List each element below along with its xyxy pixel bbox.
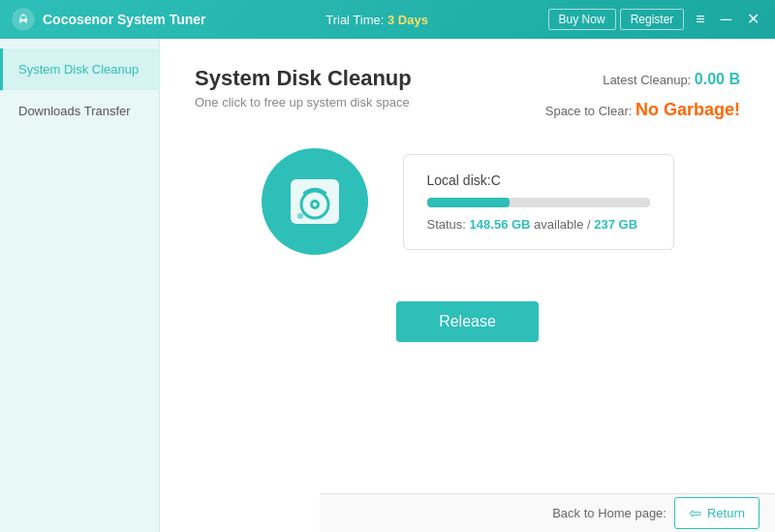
- release-button-area: Release: [195, 301, 740, 342]
- disk-icon-circle: [262, 148, 368, 255]
- disk-separator: available /: [534, 217, 591, 232]
- disk-status: Status: 148.56 GB available / 237 GB: [427, 217, 650, 232]
- trial-days: 3 Days: [388, 13, 428, 27]
- footer: Back to Home page: ⇦ Return: [320, 493, 775, 532]
- back-to-home-label: Back to Home page:: [552, 506, 666, 520]
- return-arrow-icon: ⇦: [689, 504, 701, 522]
- title-block: System Disk Cleanup One click to free up…: [195, 66, 412, 110]
- disk-name: Local disk:C: [427, 172, 650, 188]
- disk-section: Local disk:C Status: 148.56 GB available…: [195, 148, 740, 255]
- page-title: System Disk Cleanup: [195, 66, 412, 91]
- return-label: Return: [707, 506, 745, 520]
- trial-label: Trial Time:: [326, 13, 384, 27]
- progress-bar-fill: [427, 198, 510, 207]
- release-button[interactable]: Release: [396, 301, 539, 342]
- minimize-icon[interactable]: ─: [717, 12, 735, 27]
- disk-status-label: Status:: [427, 217, 466, 232]
- buy-now-button[interactable]: Buy Now: [548, 9, 616, 30]
- register-button[interactable]: Register: [620, 9, 685, 30]
- return-button[interactable]: ⇦ Return: [674, 497, 760, 529]
- app-logo: Cocosenor System Tuner: [12, 8, 206, 31]
- sidebar: System Disk Cleanup Downloads Transfer: [0, 39, 160, 532]
- svg-point-5: [297, 213, 303, 219]
- svg-point-4: [313, 203, 317, 206]
- action-buttons: Buy Now Register: [548, 9, 685, 30]
- sidebar-item-downloads-transfer[interactable]: Downloads Transfer: [0, 90, 159, 132]
- main-layout: System Disk Cleanup Downloads Transfer S…: [0, 39, 775, 532]
- app-title: Cocosenor System Tuner: [43, 12, 206, 27]
- content-area: System Disk Cleanup One click to free up…: [160, 39, 775, 532]
- latest-cleanup-row: Latest Cleanup: 0.00 B: [545, 66, 740, 94]
- close-icon[interactable]: ✕: [743, 12, 763, 27]
- space-to-clear-value: No Garbage!: [636, 100, 740, 119]
- window-controls: ≡ ─ ✕: [692, 12, 763, 27]
- space-to-clear-row: Space to Clear: No Garbage!: [545, 94, 740, 125]
- disk-info-card: Local disk:C Status: 148.56 GB available…: [403, 154, 674, 250]
- disk-available: 148.56 GB: [470, 217, 531, 232]
- title-bar: Cocosenor System Tuner Trial Time: 3 Day…: [0, 0, 775, 39]
- disk-icon: [281, 168, 349, 235]
- space-to-clear-label: Space to Clear:: [545, 104, 633, 118]
- trial-info: Trial Time: 3 Days: [206, 13, 548, 27]
- disk-total: 237 GB: [594, 217, 637, 232]
- info-panel: Latest Cleanup: 0.00 B Space to Clear: N…: [545, 66, 740, 125]
- logo-icon: [12, 8, 35, 31]
- sidebar-item-system-disk-cleanup[interactable]: System Disk Cleanup: [0, 48, 159, 90]
- menu-icon[interactable]: ≡: [692, 12, 708, 27]
- progress-bar-background: [427, 198, 650, 207]
- latest-cleanup-label: Latest Cleanup:: [603, 73, 691, 87]
- content-header: System Disk Cleanup One click to free up…: [195, 66, 740, 125]
- page-subtitle: One click to free up system disk space: [195, 95, 412, 110]
- latest-cleanup-value: 0.00 B: [695, 71, 740, 87]
